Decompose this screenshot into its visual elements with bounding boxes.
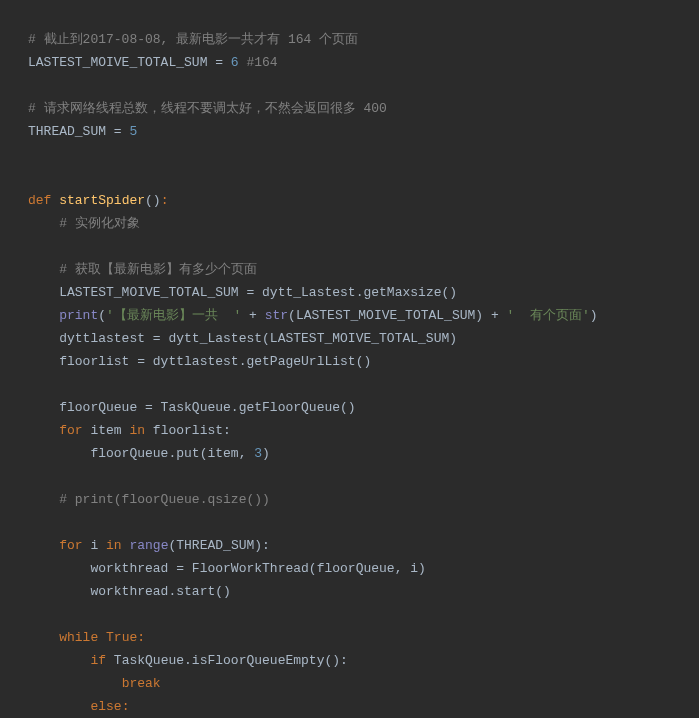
stmt: dyttlastest = dytt_Lastest(LASTEST_MOIVE… (28, 331, 457, 346)
colon: : (122, 699, 130, 714)
line-10-blank (28, 235, 671, 258)
line-22-blank (28, 511, 671, 534)
comment-text: # 实例化对象 (28, 216, 140, 231)
condition: TaskQueue.isFloorQueueEmpty(): (114, 653, 348, 668)
code-block: # 截止到2017-08-08, 最新电影一共才有 164 个页面 LASTES… (28, 28, 671, 718)
range-builtin: range (129, 538, 168, 553)
var-name: THREAD_SUM (28, 124, 106, 139)
line-4: # 请求网络线程总数，线程不要调太好，不然会返回很多 400 (28, 97, 671, 120)
str-builtin: str (265, 308, 288, 323)
else-keyword: else (90, 699, 121, 714)
comma: , (239, 446, 255, 461)
line-17: floorQueue = TaskQueue.getFloorQueue() (28, 396, 671, 419)
colon: : (161, 193, 169, 208)
line-6-blank (28, 143, 671, 166)
parens: () (145, 193, 161, 208)
line-14: dyttlastest = dytt_Lastest(LASTEST_MOIVE… (28, 327, 671, 350)
num-literal: 3 (254, 446, 262, 461)
string-literal: '【最新电影】一共 ' (106, 308, 241, 323)
indent (28, 699, 90, 714)
stmt: workthread.start() (28, 584, 231, 599)
comment-text: # 截止到2017-08-08, 最新电影一共才有 164 个页面 (28, 32, 358, 47)
print-builtin: print (59, 308, 98, 323)
open-paren: ( (98, 308, 106, 323)
indent (28, 676, 122, 691)
line-9: # 实例化对象 (28, 212, 671, 235)
while-keyword: while (59, 630, 106, 645)
line-2: LASTEST_MOIVE_TOTAL_SUM = 6 #164 (28, 51, 671, 74)
for-keyword: for (59, 423, 90, 438)
line-16-blank (28, 373, 671, 396)
line-3-blank (28, 74, 671, 97)
indent (28, 538, 59, 553)
assign-op: = (106, 124, 129, 139)
line-28: if TaskQueue.isFloorQueueEmpty(): (28, 649, 671, 672)
stmt: workthread = FloorWorkThread(floorQueue (28, 561, 395, 576)
close-paren: ) (590, 308, 598, 323)
in-keyword: in (106, 538, 129, 553)
indent (28, 308, 59, 323)
comma: , (395, 561, 411, 576)
line-19: floorQueue.put(item, 3) (28, 442, 671, 465)
expr: dytt_Lastest.getMaxsize() (254, 285, 457, 300)
function-name: startSpider (59, 193, 145, 208)
colon: : (137, 630, 145, 645)
iterable: floorlist: (153, 423, 231, 438)
arg: i) (410, 561, 426, 576)
comment-text: # 获取【最新电影】有多少个页面 (28, 262, 257, 277)
line-20-blank (28, 465, 671, 488)
indent (28, 630, 59, 645)
indent (28, 653, 90, 668)
break-keyword: break (122, 676, 161, 691)
num-literal: 5 (129, 124, 137, 139)
line-13: print('【最新电影】一共 ' + str(LASTEST_MOIVE_TO… (28, 304, 671, 327)
close-paren: ) (262, 446, 270, 461)
stmt: floorQueue = TaskQueue.getFloorQueue() (28, 400, 356, 415)
line-18: for item in floorlist: (28, 419, 671, 442)
line-21: # print(floorQueue.qsize()) (28, 488, 671, 511)
line-15: floorlist = dyttlastest.getPageUrlList() (28, 350, 671, 373)
str-args: (LASTEST_MOIVE_TOTAL_SUM) (288, 308, 483, 323)
line-7-blank (28, 166, 671, 189)
line-12: LASTEST_MOIVE_TOTAL_SUM = dytt_Lastest.g… (28, 281, 671, 304)
line-5: THREAD_SUM = 5 (28, 120, 671, 143)
comment-text: # print(floorQueue.qsize()) (28, 492, 270, 507)
line-30: else: (28, 695, 671, 718)
line-1: # 截止到2017-08-08, 最新电影一共才有 164 个页面 (28, 28, 671, 51)
line-29: break (28, 672, 671, 695)
true-keyword: True (106, 630, 137, 645)
range-args: (THREAD_SUM): (168, 538, 269, 553)
comment-text: # 请求网络线程总数，线程不要调太好，不然会返回很多 400 (28, 101, 387, 116)
line-11: # 获取【最新电影】有多少个页面 (28, 258, 671, 281)
num-literal: 6 (231, 55, 239, 70)
stmt: LASTEST_MOIVE_TOTAL_SUM (28, 285, 246, 300)
string-literal: ' 有个页面' (507, 308, 590, 323)
inline-comment: #164 (239, 55, 278, 70)
line-27: while True: (28, 626, 671, 649)
line-8: def startSpider(): (28, 189, 671, 212)
in-keyword: in (129, 423, 152, 438)
loop-var: i (90, 538, 106, 553)
for-keyword: for (59, 538, 90, 553)
var-name: LASTEST_MOIVE_TOTAL_SUM (28, 55, 207, 70)
loop-var: item (90, 423, 129, 438)
stmt: floorlist = dyttlastest.getPageUrlList() (28, 354, 371, 369)
call: floorQueue.put(item (28, 446, 239, 461)
assign-op: = (207, 55, 230, 70)
if-keyword: if (90, 653, 113, 668)
line-25: workthread.start() (28, 580, 671, 603)
plus-op: + (241, 308, 264, 323)
indent (28, 423, 59, 438)
def-keyword: def (28, 193, 59, 208)
line-23: for i in range(THREAD_SUM): (28, 534, 671, 557)
plus-op: + (483, 308, 506, 323)
line-24: workthread = FloorWorkThread(floorQueue,… (28, 557, 671, 580)
line-26-blank (28, 603, 671, 626)
